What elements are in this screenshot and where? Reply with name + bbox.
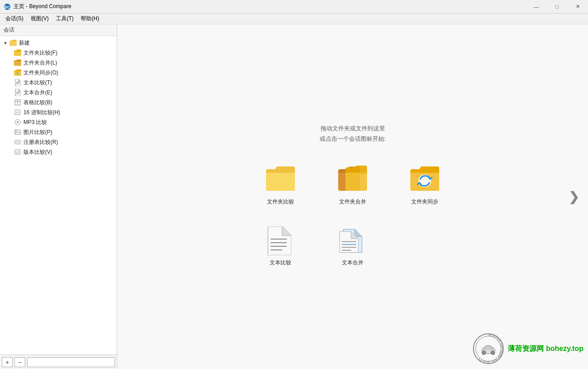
close-button[interactable]: ✕ [567,0,588,14]
tree-node-text-merge[interactable]: 文本合并(E) [0,88,117,97]
svg-text:v2: v2 [16,151,19,154]
sidebar-header: 会话 [0,24,117,36]
svg-point-17 [16,131,17,132]
session-icon-folder-compare[interactable]: 文件夹比较 [258,162,303,209]
svg-text:↻: ↻ [16,72,19,76]
app-icon: BC [4,3,11,10]
tree-node-hex-compare[interactable]: FF 16 进制比较(H) [0,107,117,117]
maximize-button[interactable]: □ [547,0,567,14]
tree-node-folder-merge[interactable]: 文件夹合并(L) [0,58,117,68]
version-compare-icon: v2 [14,148,22,156]
tree-label-text-merge: 文本合并(E) [23,89,52,97]
tree-label-image-compare: 图片比较(P) [23,129,52,136]
svg-point-15 [17,121,18,123]
text-compare-icon [14,79,22,86]
tree-node-registry-compare[interactable]: 注册表比较(R) [0,137,117,147]
session-icon-text-merge[interactable]: 文本合并 [330,223,375,270]
tree-node-image-compare[interactable]: 图片比较(P) [0,127,117,137]
hex-compare-icon: FF [14,109,22,116]
folder-merge-image [338,166,367,194]
folder-compare-image [266,166,295,194]
window-controls: — □ ✕ [526,0,588,14]
tree-node-folder-compare[interactable]: 文件夹比较(F) [0,48,117,58]
session-icon-folder-merge-label: 文件夹合并 [339,198,366,206]
image-compare-icon [14,129,22,136]
sidebar: 会话 ▼ 新建 [0,24,117,369]
session-icon-text-merge-label: 文本合并 [342,259,363,267]
session-icon-folder-merge[interactable]: 文件夹合并 [330,162,375,209]
folder-sync-icon: ↻ [14,69,22,76]
svg-text:BC: BC [5,5,10,9]
menu-help[interactable]: 帮助(H) [77,14,103,24]
tree-label-registry-compare: 注册表比较(R) [23,138,58,146]
folder-icon [9,39,17,46]
tree-node-text-compare[interactable]: 文本比较(T) [0,78,117,88]
tree-node-folder-sync[interactable]: ↻ 文件夹同步(O) [0,68,117,78]
icon-row-1: 文件夹比较 文件夹合并 [258,162,447,209]
svg-point-35 [482,351,486,355]
icon-row-2: 文本比较 [258,223,375,270]
minimize-button[interactable]: — [526,0,547,14]
tree-root-label: 新建 [19,39,30,47]
text-merge-image [338,226,367,255]
tree-node-root[interactable]: ▼ 新建 [0,38,117,48]
tree-label-hex-compare: 16 进制比较(H) [23,109,60,116]
watermark-seal-icon: SCOOTER SOFTWARE SEAL QUALITY [473,333,504,364]
session-icon-folder-compare-label: 文件夹比较 [267,198,294,206]
tree-label-text-compare: 文本比较(T) [23,79,52,87]
session-icons-grid: 文件夹比较 文件夹合并 [258,162,447,270]
tree-node-mp3-compare[interactable]: MP3 比较 [0,117,117,127]
folder-sync-image [410,166,439,194]
add-session-button[interactable]: + [2,357,13,367]
tree-label-mp3-compare: MP3 比较 [23,119,47,126]
session-icon-text-compare[interactable]: 文本比较 [258,223,303,270]
window-title: 主页 - Beyond Compare [14,3,71,10]
title-bar: BC 主页 - Beyond Compare — □ ✕ [0,0,588,14]
tree-label-version-compare: 版本比较(V) [23,148,52,156]
menu-tools[interactable]: 工具(T) [52,14,77,24]
text-merge-icon [14,89,22,96]
drop-hint-line1: 拖动文件夹或文件到这里 [320,123,386,134]
tree-label-folder-merge: 文件夹合并(L) [23,59,57,67]
sidebar-title: 会话 [4,26,14,34]
folder-merge-icon [14,59,22,66]
tree-toggle: ▼ [2,41,9,46]
tree-label-folder-sync: 文件夹同步(O) [23,69,58,77]
folder-compare-icon [14,49,22,56]
nav-arrow-right[interactable]: ❯ [569,189,579,204]
session-icon-folder-sync[interactable]: 文件夹同步 [402,162,447,209]
svg-point-36 [491,351,495,355]
watermark-text: 薄荷资源网 bohezy.top [508,344,583,354]
watermark: SCOOTER SOFTWARE SEAL QUALITY 薄荷资源网 bohe… [473,333,583,364]
tree-node-version-compare[interactable]: v2 版本比较(V) [0,147,117,157]
main-layout: 会话 ▼ 新建 [0,24,588,369]
registry-compare-icon [14,138,22,146]
remove-session-button[interactable]: − [14,357,25,367]
menu-view[interactable]: 视图(V) [27,14,52,24]
title-bar-left: BC 主页 - Beyond Compare [4,3,71,10]
session-icon-text-compare-label: 文本比较 [270,259,291,267]
sidebar-tree: ▼ 新建 文件夹比较(F) [0,36,117,355]
tree-node-table-compare[interactable]: 表格比较(B) [0,97,117,107]
menu-session[interactable]: 会话(S) [2,14,27,24]
text-compare-image [266,226,295,255]
mp3-compare-icon [14,119,22,126]
tree-label-folder-compare: 文件夹比较(F) [23,49,57,57]
content-area: 拖动文件夹或文件到这里 或点击一个会话图标开始: 文件夹比较 [117,24,588,369]
search-input[interactable] [27,357,115,367]
menu-bar: 会话(S) 视图(V) 工具(T) 帮助(H) [0,14,588,24]
sidebar-footer: + − [0,355,117,369]
table-compare-icon [14,99,22,106]
session-icon-folder-sync-label: 文件夹同步 [411,198,438,206]
svg-text:FF: FF [16,111,19,114]
tree-label-table-compare: 表格比较(B) [23,99,52,106]
drop-hint: 拖动文件夹或文件到这里 或点击一个会话图标开始: [320,123,386,144]
drop-hint-line2: 或点击一个会话图标开始: [320,134,386,144]
